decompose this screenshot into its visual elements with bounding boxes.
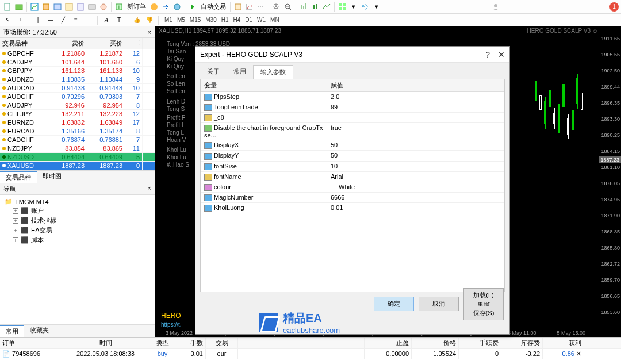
new-file-icon[interactable] — [2, 2, 13, 12]
term-col-price[interactable]: 价格 — [412, 338, 459, 348]
channel-icon[interactable]: ≡ — [71, 15, 81, 25]
line-chart-icon[interactable] — [321, 2, 332, 12]
templates-icon[interactable] — [256, 2, 266, 12]
term-col-comm[interactable]: 手续费 — [459, 338, 501, 348]
term-col-symbol[interactable]: 交易 — [206, 338, 238, 348]
market-row-audnzd[interactable]: AUDNZD1.108351.108449 — [0, 75, 155, 84]
market-row-gbpjpy[interactable]: GBPJPY161.123161.13310 — [0, 67, 155, 75]
tab-inputs[interactable]: 输入参数 — [253, 65, 293, 79]
param-row[interactable]: TongLenhTrade99 — [201, 102, 504, 113]
timeframe-m15[interactable]: M15 — [187, 16, 203, 24]
text-icon[interactable]: A — [101, 15, 112, 25]
hline-icon[interactable]: — — [45, 15, 56, 25]
load-button[interactable]: 加载(L) — [463, 288, 504, 302]
terminal-order-row[interactable]: 📄 79458696 2022.05.03 18:08:33 buy 0.01 … — [0, 349, 621, 359]
help-icon[interactable]: ? — [485, 50, 490, 59]
param-row[interactable]: fontNameArial — [201, 172, 504, 182]
close-icon[interactable]: ✕ — [498, 50, 505, 59]
close-order-icon[interactable]: ✕ — [576, 350, 581, 357]
new-order-button[interactable]: 新订单 — [125, 2, 148, 11]
thumbs-down-icon[interactable]: 👎 — [144, 15, 155, 25]
col-spread[interactable]: ! — [125, 38, 143, 49]
market-row-audjpy[interactable]: AUDJPY92.94692.9548 — [0, 101, 155, 110]
market-row-eurcad[interactable]: EURCAD1.351661.351748 — [0, 127, 155, 136]
tab-symbols[interactable]: 交易品种 — [0, 171, 37, 183]
term-col-type[interactable]: 类型 — [148, 338, 177, 348]
expert-icon[interactable]: ▾ — [348, 2, 359, 12]
save-button[interactable]: 保存(S) — [463, 306, 504, 320]
term-col-time[interactable]: 时间 — [63, 338, 148, 348]
zoom-out-icon[interactable] — [283, 2, 293, 12]
label-icon[interactable]: T — [114, 15, 124, 25]
navigator-icon[interactable] — [75, 2, 86, 12]
market-watch-icon[interactable] — [52, 2, 63, 12]
term-col-order[interactable]: 订单 — [0, 338, 63, 348]
market-row-chfjpy[interactable]: CHFJPY132.211132.22312 — [0, 110, 155, 118]
zoom-in-icon[interactable] — [271, 2, 282, 12]
vline-icon[interactable]: | — [33, 15, 43, 25]
tab-common[interactable]: 常用 — [0, 325, 24, 337]
periodos-icon[interactable] — [244, 2, 255, 12]
term-col-lots[interactable]: 手数 — [177, 338, 206, 348]
cancel-button[interactable]: 取消 — [419, 297, 459, 311]
param-row[interactable]: fontSise10 — [201, 162, 504, 172]
fib-icon[interactable]: ⋮⋮ — [83, 15, 94, 25]
bar-chart-icon[interactable] — [298, 2, 309, 12]
thumbs-up-icon[interactable]: 👍 — [132, 15, 142, 25]
tree-item[interactable]: +⬛脚本 — [2, 235, 152, 245]
candle-chart-icon[interactable] — [310, 2, 320, 12]
timeframe-mn[interactable]: MN — [268, 16, 282, 24]
expand-icon[interactable]: + — [13, 218, 18, 224]
autotrade-icon[interactable] — [187, 2, 198, 12]
data-window-icon[interactable] — [64, 2, 74, 12]
notification-badge[interactable]: 1 — [610, 2, 619, 12]
dropdown-icon[interactable]: ▾ — [371, 2, 382, 12]
market-row-nzdjpy[interactable]: NZDJPY83.85483.86511 — [0, 144, 155, 153]
timeframe-m30[interactable]: M30 — [203, 16, 218, 24]
timeframe-h4[interactable]: H4 — [231, 16, 243, 24]
tab-tick-chart[interactable]: 即时图 — [37, 171, 67, 183]
term-col-swap[interactable]: 库存费 — [501, 338, 543, 348]
timeframe-w1[interactable]: W1 — [255, 16, 268, 24]
param-row[interactable]: Disable the chart in foreground CrapTx s… — [201, 123, 504, 140]
term-col-profit[interactable]: 获利 — [543, 338, 584, 348]
terminal-icon[interactable] — [87, 2, 97, 12]
metaquotes-icon[interactable] — [149, 2, 159, 12]
col-symbol[interactable]: 交易品种 — [0, 38, 49, 49]
market-row-gbpchf[interactable]: GBPCHF1.218601.2187212 — [0, 49, 155, 58]
close-icon[interactable]: × — [148, 29, 151, 36]
tree-root[interactable]: 📁 TMGM MT4 — [2, 197, 152, 206]
chart-window-icon[interactable] — [29, 2, 40, 12]
options-icon[interactable] — [172, 2, 182, 12]
market-row-eurnzd[interactable]: EURNZD1.638321.6384917 — [0, 118, 155, 127]
timeframe-m1[interactable]: M1 — [162, 16, 175, 24]
param-row[interactable]: colourWhite — [201, 182, 504, 193]
market-row-cadjpy[interactable]: CADJPY101.644101.6506 — [0, 58, 155, 67]
col-ask[interactable]: 买价 — [87, 38, 125, 49]
expand-icon[interactable]: + — [13, 208, 18, 214]
goto-icon[interactable] — [160, 2, 171, 12]
tester-icon[interactable] — [98, 2, 109, 12]
param-col-name[interactable]: 变量 — [201, 79, 327, 91]
close-icon[interactable]: × — [148, 185, 151, 191]
param-row[interactable]: MagicNumber6666 — [201, 193, 504, 203]
param-col-value[interactable]: 赋值 — [327, 79, 504, 91]
folder-icon[interactable] — [14, 2, 24, 12]
ok-button[interactable]: 确定 — [374, 297, 414, 311]
param-row[interactable]: DisplayX50 — [201, 140, 504, 151]
tab-common[interactable]: 常用 — [227, 65, 253, 79]
tree-item[interactable]: +⬛EA交易 — [2, 225, 152, 235]
tree-item[interactable]: +⬛技术指标 — [2, 216, 152, 225]
param-row[interactable]: _c8-------------------------------- — [201, 113, 504, 123]
tab-favorites[interactable]: 收藏夹 — [24, 325, 55, 337]
timeframe-h1[interactable]: H1 — [219, 16, 231, 24]
timeframe-d1[interactable]: D1 — [243, 16, 255, 24]
refresh-icon[interactable] — [360, 2, 370, 12]
market-row-audcad[interactable]: AUDCAD0.914380.9144810 — [0, 84, 155, 93]
market-row-cadchf[interactable]: CADCHF0.768740.768817 — [0, 136, 155, 144]
param-row[interactable]: KhoiLuong0.01 — [201, 203, 504, 213]
cursor-icon[interactable]: ↖ — [2, 15, 13, 25]
param-row[interactable]: PipsStep2.0 — [201, 92, 504, 102]
market-row-audchf[interactable]: AUDCHF0.702960.703037 — [0, 93, 155, 101]
indicator-list-icon[interactable] — [233, 2, 243, 12]
